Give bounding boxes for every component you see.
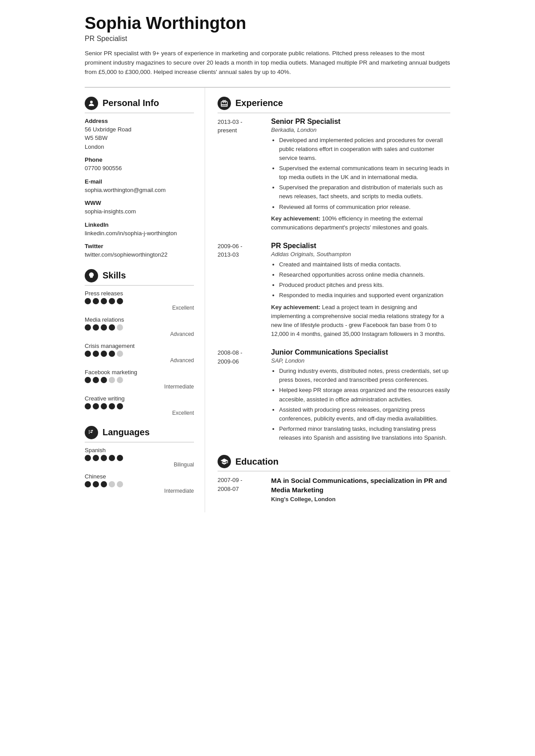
exp-content: PR SpecialistAdidas Originals, Southampt… — [271, 242, 450, 339]
dot-filled — [109, 351, 115, 357]
experience-entry: 2008-08 - 2009-06Junior Communications S… — [218, 348, 450, 445]
skill-dots — [85, 377, 194, 383]
info-block: Phone07700 900556 — [85, 156, 194, 173]
edu-dates: 2007-09 - 2008-07 — [218, 476, 271, 503]
skill-name: Facebook marketing — [85, 369, 194, 376]
dot-filled — [85, 324, 91, 331]
skill-row: Crisis managementAdvanced — [85, 343, 194, 364]
languages-list: SpanishBilingualChineseIntermediate — [85, 447, 194, 494]
candidate-summary: Senior PR specialist with 9+ years of ex… — [85, 49, 450, 77]
dot-filled — [109, 403, 115, 409]
experience-header: Experience — [218, 97, 450, 113]
edu-content: MA in Social Communications, specializat… — [271, 476, 450, 503]
skill-row: Media relationsAdvanced — [85, 316, 194, 337]
skills-list: Press releasesExcellentMedia relationsAd… — [85, 290, 194, 416]
info-value: linkedin.com/in/sophia-j-worthington — [85, 229, 194, 238]
info-value: twitter.com/sophieworthington22 — [85, 250, 194, 259]
education-icon — [218, 455, 231, 468]
dot-filled — [101, 481, 107, 487]
skill-dots — [85, 298, 194, 304]
info-block: E-mailsophia.worthington@gmail.com — [85, 178, 194, 195]
exp-bullet: Reviewed all forms of communication prio… — [279, 203, 450, 212]
achievement-bold: Key achievement: — [271, 215, 321, 222]
dot-empty — [117, 324, 123, 331]
dot-filled — [117, 298, 123, 304]
exp-bullet: Helped keep PR storage areas organized a… — [279, 386, 450, 404]
exp-bullet: During industry events, distributed note… — [279, 367, 450, 384]
skill-row: Press releasesExcellent — [85, 290, 194, 311]
skill-row: SpanishBilingual — [85, 447, 194, 468]
exp-achievement: Key achievement: 100% efficiency in meet… — [271, 214, 450, 232]
dot-filled — [93, 377, 99, 383]
exp-achievement: Key achievement: Lead a project team in … — [271, 303, 450, 339]
exp-title: Junior Communications Specialist — [271, 348, 450, 356]
info-label: LinkedIn — [85, 221, 194, 228]
dot-filled — [85, 403, 91, 409]
education-entry: 2007-09 - 2008-07MA in Social Communicat… — [218, 476, 450, 503]
experience-title: Experience — [235, 98, 283, 108]
exp-company: Adidas Originals, Southampton — [271, 251, 450, 257]
exp-content: Junior Communications SpecialistSAP, Lon… — [271, 348, 450, 445]
info-block: WWWsophia-insights.com — [85, 200, 194, 216]
exp-bullet: Developed and implemented policies and p… — [279, 136, 450, 163]
languages-icon — [85, 426, 98, 439]
personal-info-title: Personal Info — [103, 98, 159, 108]
languages-title: Languages — [103, 427, 150, 437]
info-label: Twitter — [85, 243, 194, 249]
skill-row: Facebook marketingIntermediate — [85, 369, 194, 390]
skill-dots — [85, 324, 194, 331]
candidate-title: PR Specialist — [85, 35, 450, 43]
dot-empty — [117, 377, 123, 383]
dot-filled — [117, 455, 123, 461]
dot-filled — [93, 481, 99, 487]
dot-filled — [101, 377, 107, 383]
info-label: Address — [85, 118, 194, 124]
info-label: E-mail — [85, 178, 194, 185]
dot-filled — [85, 455, 91, 461]
skill-level: Excellent — [85, 410, 194, 416]
skill-level: Intermediate — [85, 488, 194, 494]
dot-filled — [101, 403, 107, 409]
skill-level: Excellent — [85, 305, 194, 311]
personal-info-header: Personal Info — [85, 97, 194, 113]
education-title: Education — [235, 457, 279, 467]
edu-school: King's College, London — [271, 496, 450, 503]
info-label: Phone — [85, 156, 194, 163]
exp-bullet: Supervised the preparation and distribut… — [279, 183, 450, 201]
skill-dots — [85, 403, 194, 409]
info-block: Twittertwitter.com/sophieworthington22 — [85, 243, 194, 259]
dot-filled — [101, 351, 107, 357]
skill-dots — [85, 455, 194, 461]
languages-header: Languages — [85, 426, 194, 442]
dot-filled — [93, 351, 99, 357]
personal-info-icon — [85, 97, 98, 110]
skill-dots — [85, 481, 194, 487]
exp-bullet: Produced product pitches and press kits. — [279, 281, 450, 290]
info-value: 56 Uxbridge Road W5 5BW London — [85, 125, 194, 151]
dot-filled — [85, 377, 91, 383]
skill-level: Intermediate — [85, 384, 194, 390]
skill-name: Creative writing — [85, 395, 194, 402]
dot-filled — [85, 351, 91, 357]
skills-title: Skills — [103, 270, 126, 281]
dot-empty — [109, 481, 115, 487]
skill-row: ChineseIntermediate — [85, 473, 194, 494]
exp-bullet: Created and maintained lists of media co… — [279, 260, 450, 269]
exp-bullet: Researched opportunities across online m… — [279, 270, 450, 279]
skill-name: Press releases — [85, 290, 194, 297]
exp-company: Berkadia, London — [271, 127, 450, 133]
info-label: WWW — [85, 200, 194, 206]
dot-filled — [101, 298, 107, 304]
exp-bullet: Assisted with producing press releases, … — [279, 405, 450, 423]
skills-section: Skills Press releasesExcellentMedia rela… — [85, 269, 194, 416]
dot-filled — [117, 403, 123, 409]
dot-filled — [101, 324, 107, 331]
exp-company: SAP, London — [271, 357, 450, 364]
skill-name: Chinese — [85, 473, 194, 480]
right-column: Experience 2013-03 - presentSenior PR Sp… — [205, 88, 450, 513]
skill-dots — [85, 351, 194, 357]
dot-empty — [109, 377, 115, 383]
exp-bullet: Responded to media inquiries and support… — [279, 291, 450, 300]
dot-filled — [93, 403, 99, 409]
exp-bullet: Supervised the external communications t… — [279, 164, 450, 182]
